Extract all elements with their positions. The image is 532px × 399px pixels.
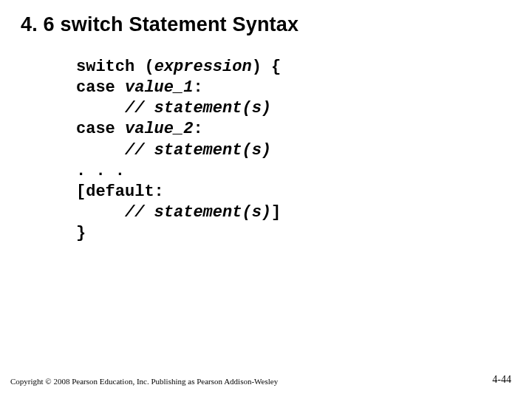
slide: 4. 6 switch Statement Syntax switch (exp… (0, 0, 532, 399)
code-text: } (76, 224, 86, 242)
code-line-1: switch (expression) { (76, 57, 511, 78)
code-line-9: } (76, 223, 511, 244)
slide-title: 4. 6 switch Statement Syntax (21, 13, 511, 36)
code-italic: // statement(s) (125, 203, 271, 222)
code-italic: value_2 (125, 120, 193, 138)
code-block: switch (expression) { case value_1: // s… (76, 57, 511, 244)
code-text: switch ( (76, 58, 154, 76)
code-text: case (76, 120, 125, 138)
code-text: case (76, 78, 125, 97)
code-line-7: [default: (76, 182, 511, 202)
code-text: ) { (252, 58, 282, 76)
code-italic: value_1 (125, 78, 193, 97)
code-text: . . . (76, 162, 125, 180)
code-italic: // statement(s) (125, 141, 271, 160)
code-line-8: // statement(s)] (76, 202, 511, 223)
code-line-5: // statement(s) (76, 140, 511, 161)
code-line-6: . . . (76, 161, 511, 182)
code-italic: // statement(s) (125, 99, 271, 117)
code-text: : (193, 120, 202, 138)
code-text: [default: (76, 183, 164, 201)
code-line-3: // statement(s) (76, 98, 511, 119)
page-number: 4-44 (492, 374, 511, 386)
code-text: : (193, 78, 202, 97)
code-italic: expression (154, 58, 252, 76)
code-text: ] (271, 203, 281, 222)
code-line-2: case value_1: (76, 78, 511, 98)
copyright-text: Copyright © 2008 Pearson Education, Inc.… (10, 377, 278, 386)
code-line-4: case value_2: (76, 119, 511, 140)
